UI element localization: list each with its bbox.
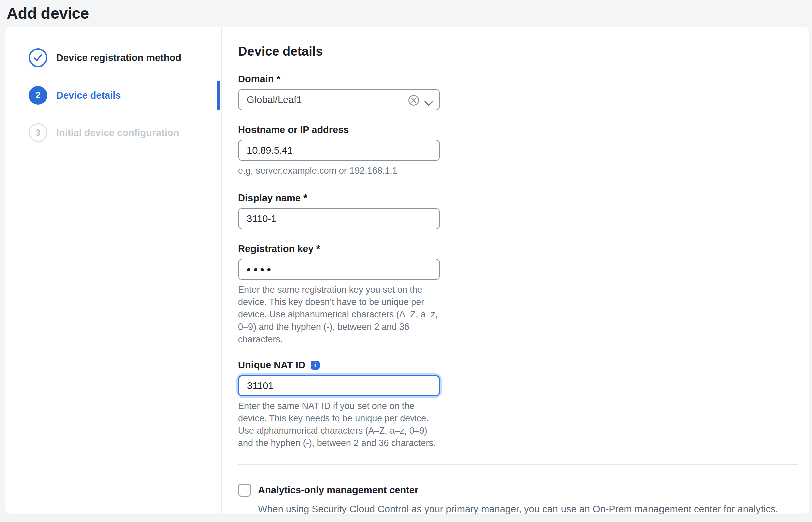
step-device-registration-method[interactable]: Device registration method (29, 48, 221, 67)
form-heading: Device details (238, 44, 798, 59)
registration-key-label: Registration key * (238, 243, 440, 254)
display-name-field-group: Display name * (238, 193, 440, 229)
analytics-section: Analytics-only management center When us… (238, 484, 798, 515)
nat-id-label: Unique NAT ID (238, 360, 305, 370)
step-label: Initial device configuration (56, 127, 179, 138)
analytics-description: When using Security Cloud Control as you… (258, 504, 798, 515)
nat-id-helper-text: Enter the same NAT ID if you set one on … (238, 400, 443, 449)
section-divider (238, 464, 798, 464)
analytics-only-checkbox[interactable] (238, 484, 251, 497)
display-name-label: Display name * (238, 193, 440, 203)
hostname-input[interactable] (238, 140, 440, 161)
info-icon[interactable]: i (311, 361, 320, 369)
wizard-stepper: Device registration method 2 Device deta… (5, 27, 222, 514)
nat-id-label-row: Unique NAT ID i (238, 360, 440, 370)
display-name-input[interactable] (238, 208, 440, 229)
step-device-details[interactable]: 2 Device details (29, 86, 221, 105)
step-number: 3 (29, 123, 47, 142)
hostname-label: Hostname or IP address (238, 124, 440, 135)
hostname-helper-text: e.g. server.example.com or 192.168.1.1 (238, 165, 443, 177)
registration-key-helper-text: Enter the same registration key you set … (238, 284, 443, 345)
domain-field-group: Domain * Global/Leaf1 (238, 74, 440, 110)
page-header: Add device (0, 0, 812, 27)
step-initial-device-configuration: 3 Initial device configuration (29, 123, 221, 142)
domain-select-value: Global/Leaf1 (247, 94, 302, 105)
hostname-field-group: Hostname or IP address e.g. server.examp… (238, 124, 440, 177)
add-device-card: Device registration method 2 Device deta… (5, 27, 809, 514)
step-label: Device details (56, 90, 121, 101)
device-details-panel: Device details Domain * Global/Leaf1 (222, 27, 809, 514)
domain-label: Domain * (238, 74, 440, 84)
registration-key-input[interactable] (238, 259, 440, 280)
check-icon (33, 53, 43, 63)
page-title: Add device (7, 4, 812, 22)
step-number: 2 (29, 86, 47, 105)
chevron-down-icon[interactable] (424, 98, 433, 108)
step-label: Device registration method (56, 53, 181, 63)
step-complete-circle (29, 48, 47, 67)
nat-id-input[interactable] (238, 375, 440, 396)
analytics-only-label: Analytics-only management center (258, 485, 418, 496)
nat-id-field-group: Unique NAT ID i Enter the same NAT ID if… (238, 360, 440, 449)
domain-select[interactable]: Global/Leaf1 (238, 89, 440, 110)
registration-key-field-group: Registration key * Enter the same regist… (238, 243, 440, 345)
clear-selection-icon[interactable] (408, 95, 419, 108)
